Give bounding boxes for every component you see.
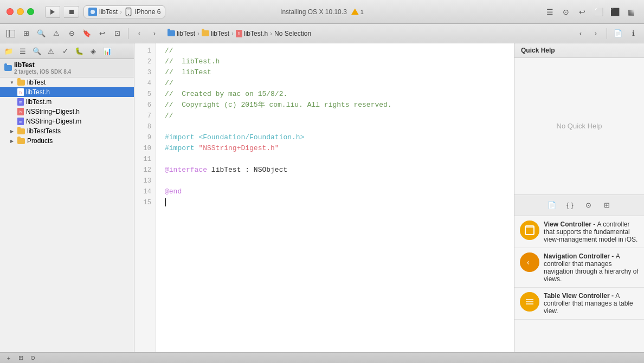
quick-help-header: Quick Help: [514, 43, 644, 58]
qh-curly-icon[interactable]: { }: [564, 199, 576, 211]
breadcrumb-libtest-root[interactable]: libTest: [168, 30, 195, 37]
nav-debug-btn[interactable]: 🐛: [73, 44, 86, 57]
sidebar-item-libtesttests[interactable]: ▶ libTestTests: [0, 126, 134, 136]
circle-bottom-btn[interactable]: ⊙: [28, 354, 37, 362]
code-line-11: [165, 154, 514, 165]
breadcrumb-libtest-group[interactable]: libTest: [202, 30, 229, 37]
code-editor[interactable]: 12345 678910 1112131415 //// libTest.h//…: [134, 43, 514, 352]
sidebar-item-nsstring-h[interactable]: h NSString+Digest.h: [0, 107, 134, 116]
nav-panel-toggle[interactable]: [4, 27, 17, 40]
bookmark-btn[interactable]: 🔖: [80, 27, 93, 40]
scheme-selector[interactable]: libTest › iPhone 6: [83, 5, 165, 18]
new-file-btn[interactable]: 📄: [611, 27, 624, 40]
line-numbers: 12345 678910 1112131415: [134, 43, 156, 352]
code-line-14: @end: [165, 186, 514, 197]
nav-breakpoints-btn[interactable]: ◈: [87, 44, 100, 57]
grid-bottom-btn[interactable]: ⊞: [16, 354, 25, 362]
split-btn[interactable]: ⊡: [111, 27, 124, 40]
qh-circle-icon[interactable]: ⊙: [583, 199, 595, 211]
nav-tests-btn[interactable]: ✓: [59, 44, 72, 57]
breadcrumb: libTest › libTest › h libTest.h › No Sel…: [163, 30, 572, 37]
code-line-13: [165, 176, 514, 186]
sidebar-project-root: libTest 2 targets, iOS SDK 8.4: [0, 59, 134, 77]
disclosure-icon-2: ▶: [9, 128, 15, 134]
sidebar-item-products[interactable]: ▶ Products: [0, 136, 134, 146]
sidebar-label-libtest-m: libTest.m: [26, 98, 51, 106]
sidebar-label-libtest: libTest: [27, 79, 46, 86]
sidebar-label-nsstring-h: NSString+Digest.h: [26, 108, 80, 115]
code-line-6: // Copyright (c) 2015年 com.liu. All righ…: [165, 100, 514, 111]
diff-btn[interactable]: ⊖: [65, 27, 78, 40]
nav-search-btn[interactable]: 🔍: [30, 44, 43, 57]
network-icon[interactable]: ⊙: [559, 5, 572, 18]
sidebar-item-libtest-m[interactable]: m libTest.m: [0, 97, 134, 107]
toolbar-divider-2: [607, 28, 607, 39]
play-icon: [50, 9, 55, 15]
sidebar-label-products: Products: [27, 137, 53, 145]
code-line-7: //: [165, 111, 514, 121]
sidebar-label-libtesttests: libTestTests: [27, 127, 61, 135]
code-content[interactable]: //// libTest.h// libTest//// Created by …: [156, 43, 514, 352]
stop-button[interactable]: [64, 6, 79, 18]
snippet-table-view-controller[interactable]: Table View Controller - A controller tha…: [514, 288, 644, 320]
nav-symbols-btn[interactable]: ☰: [16, 44, 29, 57]
m-file-icon: m: [17, 98, 24, 106]
snippet-tvc-icon: [520, 292, 539, 312]
snippet-tvc-text: Table View Controller - A controller tha…: [544, 292, 639, 315]
snippet-view-controller[interactable]: View Controller - A controller that supp…: [514, 216, 644, 248]
window-single-icon[interactable]: ⬜: [592, 5, 605, 18]
folder-yellow-icon-2: [17, 128, 25, 134]
preferences-icon[interactable]: ☰: [543, 5, 556, 18]
breadcrumb-selection[interactable]: No Selection: [274, 30, 311, 37]
nav-files-btn[interactable]: 📁: [2, 44, 15, 57]
warning-nav-forward[interactable]: ›: [589, 27, 602, 40]
close-button[interactable]: [7, 8, 14, 15]
run-button[interactable]: [45, 6, 60, 18]
back-icon[interactable]: ↩: [576, 5, 589, 18]
info-btn[interactable]: ℹ: [627, 27, 640, 40]
add-bottom-btn[interactable]: +: [4, 354, 13, 362]
snippet-navigation-controller[interactable]: ‹ Navigation Controller - A controller t…: [514, 248, 644, 288]
window-split-icon[interactable]: ⬛: [608, 5, 621, 18]
qh-file-icon[interactable]: 📄: [546, 199, 558, 211]
title-bar: libTest › iPhone 6 Installing OS X 10.10…: [0, 0, 644, 24]
qh-grid-icon[interactable]: ⊞: [601, 199, 613, 211]
status-message: Installing OS X 10.10.3: [280, 8, 347, 16]
nav-icon-bar: 📁 ☰ 🔍 ⚠ ✓ 🐛 ◈ 📊: [0, 43, 134, 59]
toolbar-divider-1: [128, 28, 128, 39]
window-triple-icon[interactable]: ▦: [624, 5, 637, 18]
code-line-1: //: [165, 46, 514, 56]
sidebar-item-libtest-group[interactable]: ▼ libTest: [0, 77, 134, 87]
nav-forward[interactable]: ›: [148, 27, 161, 40]
svg-rect-5: [7, 30, 15, 37]
snippet-list: View Controller - A controller that supp…: [514, 216, 644, 353]
history-btn[interactable]: ↩: [95, 27, 108, 40]
editor-area: 12345 678910 1112131415 //// libTest.h//…: [134, 43, 514, 352]
code-line-10: #import "NSString+Digest.h": [165, 143, 514, 154]
tvc-svg: [524, 296, 535, 307]
nav-back[interactable]: ‹: [133, 27, 146, 40]
breadcrumb-label-2: libTest.h: [244, 30, 268, 37]
breadcrumb-file[interactable]: h libTest.h: [236, 30, 268, 37]
separator: ›: [120, 8, 122, 16]
sidebar-item-libtest-h[interactable]: h libTest.h: [0, 87, 134, 97]
warning-btn[interactable]: ⚠: [50, 27, 63, 40]
title-bar-center: Installing OS X 10.10.3 1: [280, 8, 364, 16]
code-line-4: //: [165, 78, 514, 89]
sidebar-item-nsstring-m[interactable]: m NSString+Digest.m: [0, 116, 134, 126]
grid-view-btn[interactable]: ⊞: [20, 27, 33, 40]
bottom-bar: + ⊞ ⊙: [0, 352, 644, 363]
h-file-icon-selected: h: [17, 88, 24, 96]
nav-warnings-btn[interactable]: ⚠: [44, 44, 57, 57]
code-line-15: [165, 197, 514, 208]
minimize-button[interactable]: [17, 8, 24, 15]
m-file-icon-2: m: [17, 118, 24, 125]
maximize-button[interactable]: [27, 8, 34, 15]
nav-reports-btn[interactable]: 📊: [101, 44, 114, 57]
sidebar-label-libtest-h: libTest.h: [26, 88, 50, 96]
scheme-name: libTest: [99, 8, 118, 16]
search-btn[interactable]: 🔍: [35, 27, 48, 40]
nc-svg: ‹: [524, 257, 535, 268]
code-line-3: // libTest: [165, 67, 514, 78]
warning-nav-back[interactable]: ‹: [574, 27, 587, 40]
